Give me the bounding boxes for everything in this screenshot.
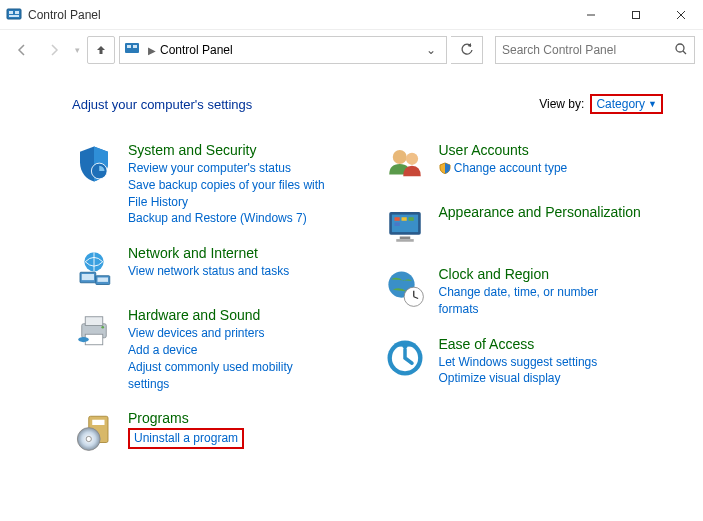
maximize-button[interactable] [613, 0, 658, 29]
highlight-uninstall: Uninstall a program [128, 428, 244, 449]
category-title[interactable]: Hardware and Sound [128, 307, 353, 323]
category-title[interactable]: System and Security [128, 142, 353, 158]
minimize-button[interactable] [568, 0, 613, 29]
category-appearance: Appearance and Personalization [383, 204, 664, 248]
svg-rect-9 [127, 45, 131, 48]
svg-rect-3 [9, 15, 19, 17]
category-title[interactable]: Network and Internet [128, 245, 353, 261]
category-user-accounts: User Accounts Change account type [383, 142, 664, 186]
category-column-left: System and Security Review your computer… [72, 142, 353, 472]
navbar: ▾ ▶ Control Panel ⌄ [0, 30, 703, 70]
content-area: Adjust your computer's settings View by:… [0, 70, 703, 492]
category-system-security: System and Security Review your computer… [72, 142, 353, 227]
search-input[interactable] [502, 43, 674, 57]
category-link[interactable]: Adjust commonly used mobility settings [128, 359, 328, 393]
category-ease-of-access: Ease of Access Let Windows suggest setti… [383, 336, 664, 388]
svg-point-28 [392, 150, 406, 164]
view-by-value: Category [596, 97, 645, 111]
page-heading: Adjust your computer's settings [72, 97, 252, 112]
close-button[interactable] [658, 0, 703, 29]
printer-icon [72, 307, 116, 351]
svg-point-23 [78, 337, 89, 342]
category-title[interactable]: User Accounts [439, 142, 664, 158]
svg-line-12 [683, 51, 686, 54]
category-link[interactable]: Backup and Restore (Windows 7) [128, 210, 328, 227]
network-icon [72, 245, 116, 289]
window-controls [568, 0, 703, 29]
view-by-dropdown[interactable]: Category ▼ [590, 94, 663, 114]
svg-rect-18 [98, 278, 109, 282]
category-link[interactable]: Add a device [128, 342, 328, 359]
titlebar: Control Panel [0, 0, 703, 30]
view-by-control: View by: Category ▼ [539, 94, 663, 114]
search-icon[interactable] [674, 42, 688, 59]
recent-locations-chevron[interactable]: ▾ [72, 45, 83, 55]
category-link[interactable]: Save backup copies of your files with Fi… [128, 177, 328, 211]
refresh-button[interactable] [451, 36, 483, 64]
svg-rect-2 [15, 11, 19, 14]
category-link[interactable]: Change account type [439, 160, 639, 177]
chevron-down-icon: ▼ [648, 99, 657, 109]
address-dropdown-icon[interactable]: ⌄ [420, 43, 442, 57]
category-link[interactable]: Change date, time, or number formats [439, 284, 639, 318]
svg-point-11 [676, 44, 684, 52]
category-link[interactable]: Optimize visual display [439, 370, 639, 387]
globe-clock-icon [383, 266, 427, 310]
category-hardware-sound: Hardware and Sound View devices and prin… [72, 307, 353, 392]
category-network-internet: Network and Internet View network status… [72, 245, 353, 289]
svg-rect-10 [133, 45, 137, 48]
category-column-right: User Accounts Change account type Appear… [383, 142, 664, 472]
svg-rect-34 [408, 217, 413, 221]
svg-rect-5 [632, 11, 639, 18]
back-button[interactable] [8, 36, 36, 64]
disc-box-icon [72, 410, 116, 454]
category-link[interactable]: Review your computer's status [128, 160, 328, 177]
category-title[interactable]: Appearance and Personalization [439, 204, 664, 220]
svg-rect-20 [85, 317, 103, 326]
svg-rect-35 [394, 223, 399, 227]
category-programs: Programs Uninstall a program [72, 410, 353, 454]
category-link[interactable]: Let Windows suggest settings [439, 354, 639, 371]
control-panel-small-icon [124, 41, 140, 60]
category-title[interactable]: Clock and Region [439, 266, 664, 282]
shield-icon [72, 142, 116, 186]
category-title[interactable]: Programs [128, 410, 353, 426]
category-link[interactable]: View network status and tasks [128, 263, 328, 280]
svg-rect-32 [394, 217, 399, 221]
category-link[interactable]: View devices and printers [128, 325, 328, 342]
category-link-uninstall[interactable]: Uninstall a program [134, 431, 238, 445]
svg-point-22 [101, 326, 104, 329]
svg-rect-33 [401, 217, 406, 221]
svg-rect-16 [82, 274, 94, 280]
svg-rect-25 [92, 420, 104, 425]
monitor-icon [383, 204, 427, 248]
view-by-label: View by: [539, 97, 584, 111]
svg-point-29 [405, 153, 417, 165]
link-text: Change account type [454, 161, 567, 175]
window-title: Control Panel [28, 8, 101, 22]
address-bar[interactable]: ▶ Control Panel ⌄ [119, 36, 447, 64]
control-panel-icon [6, 7, 22, 23]
svg-point-27 [86, 437, 91, 442]
search-box[interactable] [495, 36, 695, 64]
breadcrumb-chevron-icon[interactable]: ▶ [144, 45, 160, 56]
svg-rect-36 [399, 237, 410, 240]
up-button[interactable] [87, 36, 115, 64]
category-title[interactable]: Ease of Access [439, 336, 664, 352]
svg-rect-37 [396, 239, 414, 242]
ease-of-access-icon [383, 336, 427, 380]
category-clock-region: Clock and Region Change date, time, or n… [383, 266, 664, 318]
breadcrumb-item[interactable]: Control Panel [160, 43, 233, 57]
forward-button[interactable] [40, 36, 68, 64]
users-icon [383, 142, 427, 186]
svg-rect-1 [9, 11, 13, 14]
